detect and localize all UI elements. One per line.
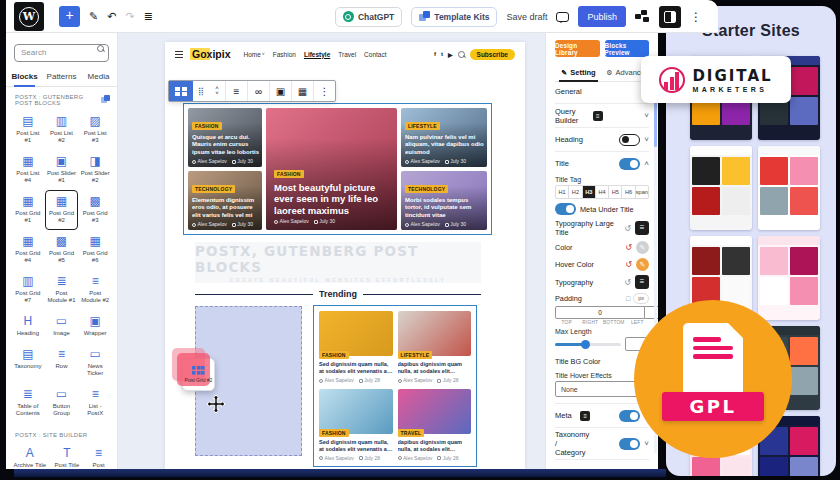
block-item[interactable]: T Post Title <box>49 442 86 470</box>
typography-settings-icon[interactable]: ≡ <box>635 221 649 235</box>
postx-blocks-icon[interactable] <box>635 10 650 24</box>
post-title[interactable]: Quisque et arcu dui. Mauris enim cursus … <box>192 134 259 157</box>
block-item[interactable]: ▭ News Ticker <box>78 343 112 383</box>
nav-link[interactable]: Home˅ <box>244 51 265 58</box>
tab-setting[interactable]: ✎Setting <box>555 64 602 81</box>
block-item[interactable]: ≡ Post Module #2 <box>78 270 112 310</box>
block-item[interactable]: ▣ Wrapper <box>78 310 112 343</box>
starter-site-thumbnail[interactable] <box>758 236 820 320</box>
device-icon[interactable]: □ <box>626 295 630 302</box>
heading-toggle[interactable] <box>619 134 640 146</box>
general-section[interactable]: General <box>555 82 649 101</box>
block-item[interactable]: ▦ Post Grid #6 <box>78 230 112 270</box>
nav-link[interactable]: Travel˅ <box>338 51 356 58</box>
blocks-preview-button[interactable]: Blocks Preview <box>605 40 650 57</box>
block-item[interactable]: ▭ Button Group <box>45 383 79 423</box>
redo-icon[interactable]: ↷ <box>125 10 134 23</box>
post-title[interactable]: Nam pulvinar felis vel mi aliquam, vitae… <box>405 134 484 157</box>
reset-icon[interactable]: ↺ <box>624 224 631 233</box>
category-badge[interactable]: FASHION <box>319 351 349 359</box>
featured-post-card[interactable]: FASHION Most beautyful picture ever seen… <box>266 108 397 230</box>
post-title[interactable]: Most beautyful picture ever seen in my l… <box>274 182 389 216</box>
post-title[interactable]: dapibus dignissim quam nulla, at sodales… <box>398 361 472 375</box>
block-item[interactable]: H Heading <box>11 310 45 343</box>
section-toggle[interactable] <box>619 438 640 450</box>
category-badge[interactable]: LIFESTYLE <box>398 351 433 359</box>
block-item[interactable]: ▣ Post Slider #1 <box>45 150 79 190</box>
block-item[interactable]: ▦ Post Grid #4 <box>11 230 45 270</box>
chatgpt-button[interactable]: ChatGPT <box>335 7 402 27</box>
category-badge[interactable]: FASHION <box>192 122 222 130</box>
save-draft-button[interactable]: Save draft <box>506 12 547 22</box>
category-badge[interactable]: TECHNOLOGY <box>405 185 448 193</box>
add-block-button[interactable]: + <box>59 6 80 27</box>
search-input[interactable] <box>14 44 109 62</box>
title-tag-option[interactable]: H3 <box>582 186 595 198</box>
wordpress-logo-button[interactable]: W <box>14 2 44 31</box>
settings-row[interactable]: Image ≡ ˅ <box>555 462 649 469</box>
dragged-block-ghost[interactable]: Post Grid #2 <box>182 358 215 391</box>
trending-post-grid-block[interactable]: FASHION Sed dignissim quam nulla, at sod… <box>313 305 477 467</box>
post-card[interactable]: FASHION Sed dignissim quam nulla, at sod… <box>319 389 393 462</box>
block-item[interactable]: ≡ Post Content <box>85 442 112 470</box>
query-builder-section[interactable]: Query Builder≡˅ <box>555 106 649 125</box>
block-item[interactable]: ▦ Post List #4 <box>11 150 45 190</box>
nav-link[interactable]: Contact˅ <box>364 51 386 58</box>
block-item[interactable]: ▤ Post List #1 <box>11 110 45 150</box>
post-title[interactable]: Elementum dignissim eros odio, at posuer… <box>192 197 259 220</box>
inserter-tab[interactable]: Blocks <box>6 68 43 86</box>
block-toolbar-button[interactable]: ▣ <box>269 81 291 101</box>
reset-icon[interactable]: ↺ <box>624 278 631 287</box>
category-badge[interactable]: LIFESTYLE <box>405 122 440 130</box>
settings-row[interactable]: Taxonomy / Category ≡ ˅ <box>555 430 649 457</box>
block-item[interactable]: ≣ Table of Contents <box>11 383 45 423</box>
section-toggle[interactable] <box>619 410 640 422</box>
social-icon[interactable]: t <box>441 51 443 57</box>
inserter-tab[interactable]: Media <box>80 68 117 86</box>
reset-icon[interactable]: ↺ <box>625 260 632 269</box>
post-title[interactable]: Sed dignissim quam nulla, at sodales eli… <box>319 361 393 375</box>
nav-link[interactable]: Fashion˅ <box>273 51 296 58</box>
post-card[interactable]: TECHNOLOGY Morbi sodales tempus tortor, … <box>401 171 487 230</box>
post-card[interactable]: FASHION Sed dignissim quam nulla, at sod… <box>319 311 393 384</box>
chevron-down-icon[interactable]: ˅ <box>644 439 649 448</box>
post-card[interactable]: LIFESTYLE Nam pulvinar felis vel mi aliq… <box>401 108 487 167</box>
block-toolbar-button[interactable]: ▦ <box>291 81 313 101</box>
block-item[interactable]: ◨ Post Slider #2 <box>78 150 112 190</box>
starter-site-thumbnail[interactable] <box>758 146 820 230</box>
block-toolbar-button[interactable] <box>193 81 209 101</box>
block-item[interactable]: ▤ Taxonomy <box>11 343 45 383</box>
title-toggle[interactable] <box>619 158 640 170</box>
block-item[interactable]: ≡ List - PostX <box>78 383 112 423</box>
hero-post-grid-block[interactable]: FASHION Quisque et arcu dui. Mauris enim… <box>183 103 492 235</box>
title-section[interactable]: Title˄ <box>555 154 649 173</box>
post-title[interactable]: Sed dignissim quam nulla, at sodales eli… <box>319 439 393 453</box>
title-tag-option[interactable]: span <box>635 186 648 198</box>
reset-icon[interactable]: ↺ <box>625 243 632 252</box>
meta-under-title-toggle[interactable] <box>555 203 576 215</box>
chevron-down-icon[interactable]: ˅ <box>644 467 649 469</box>
block-toolbar-button[interactable]: ⋮ <box>313 81 335 101</box>
site-search-icon[interactable] <box>458 51 465 58</box>
post-card[interactable]: TRAVEL dapibus dignissim quam nulla, at … <box>398 389 472 462</box>
padding-top-input[interactable] <box>555 306 645 319</box>
hover-color-swatch[interactable]: ✎ <box>636 258 649 271</box>
post-title[interactable]: Morbi sodales tempus tortor, id vulputat… <box>405 197 484 220</box>
chevron-down-icon[interactable]: ˅ <box>644 135 649 144</box>
block-item[interactable]: ▥ Post Grid #7 <box>11 270 45 310</box>
publish-button[interactable]: Publish <box>578 6 626 27</box>
post-card[interactable]: FASHION Quisque et arcu dui. Mauris enim… <box>188 108 262 167</box>
block-toolbar-button[interactable] <box>209 81 225 101</box>
template-kits-button[interactable]: Template Kits <box>411 7 497 27</box>
subscribe-button[interactable]: Subscribe <box>470 49 515 60</box>
comments-icon[interactable] <box>556 12 569 22</box>
design-library-button[interactable]: Design Library <box>555 40 600 57</box>
unit-chip[interactable]: px <box>633 293 649 304</box>
chevron-up-icon[interactable]: ˄ <box>644 159 649 168</box>
heading-section[interactable]: Heading˅ <box>555 130 649 149</box>
block-item[interactable]: ▦ Post Grid #2 <box>45 190 79 230</box>
post-title[interactable]: dapibus dignissim quam nulla, at sodales… <box>398 439 472 453</box>
list-view-icon[interactable]: ≣ <box>144 10 153 23</box>
category-badge[interactable]: TRAVEL <box>398 429 425 437</box>
site-logo[interactable]: Goxipix <box>190 48 233 60</box>
